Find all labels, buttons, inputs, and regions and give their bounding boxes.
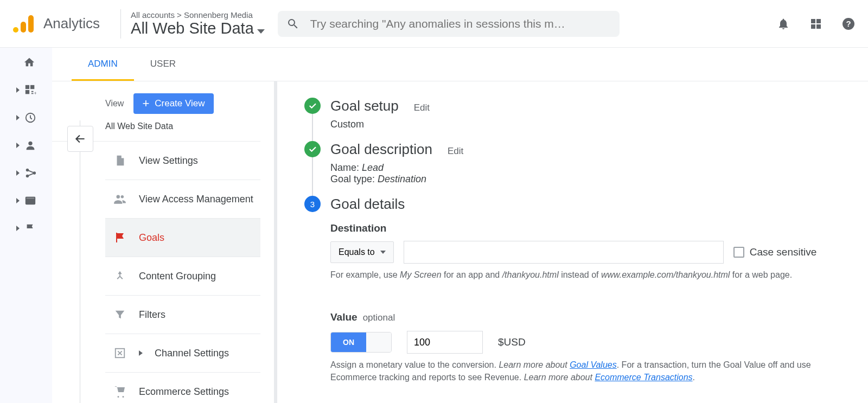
chevron-right-icon — [16, 87, 20, 93]
svg-text:?: ? — [846, 19, 851, 28]
destination-input[interactable] — [404, 241, 724, 264]
content: View + Create View All Web Site Data Vie… — [52, 81, 868, 403]
rail-realtime[interactable] — [16, 112, 36, 124]
person-icon — [24, 139, 36, 151]
goal-panel: Goal setup Edit Custom Goal description — [277, 81, 868, 403]
destination-block: Destination Equals to Case sensitive — [330, 222, 846, 281]
search-input[interactable] — [310, 17, 611, 30]
destination-row: Equals to Case sensitive — [330, 241, 846, 264]
tab-admin[interactable]: ADMIN — [72, 48, 134, 81]
optional-label: optional — [363, 312, 395, 323]
nav-content-grouping[interactable]: Content Grouping — [105, 257, 260, 296]
searchbar[interactable] — [278, 11, 620, 37]
svg-text:+: + — [34, 91, 36, 96]
chevron-right-icon — [139, 350, 143, 356]
nav-label: View Access Management — [139, 194, 253, 205]
rail-customization[interactable]: + — [16, 84, 36, 96]
layout: + ADMIN USER — [0, 48, 868, 403]
rail-acquisition[interactable] — [16, 167, 36, 179]
destination-hint: For example, use My Screen for an app an… — [330, 269, 846, 281]
svg-rect-19 — [25, 197, 35, 200]
left-rail: + — [0, 48, 52, 403]
account-picker[interactable]: All accounts > Sonnenberg Media All Web … — [131, 10, 265, 37]
svg-rect-2 — [28, 15, 34, 33]
svg-rect-0 — [13, 27, 18, 33]
svg-rect-1 — [21, 22, 26, 33]
match-type-label: Equals to — [339, 247, 375, 257]
cart-icon — [113, 385, 127, 399]
step-goal-description: Goal description Edit Name: Lead Goal ty… — [304, 141, 846, 185]
dropdown-icon — [380, 251, 386, 254]
view-name-text: All Web Site Data — [131, 20, 254, 37]
svg-point-20 — [117, 195, 120, 199]
nav-view-access[interactable]: View Access Management — [105, 180, 260, 219]
value-row: ON $USD — [330, 331, 846, 354]
nav-list: View Settings View Access Management Goa… — [105, 142, 260, 403]
notifications-icon[interactable] — [777, 17, 790, 30]
step-done-icon — [304, 141, 321, 157]
step-goal-details: 3 Goal details — [304, 196, 846, 213]
match-type-select[interactable]: Equals to — [330, 241, 394, 263]
flag-icon — [113, 231, 127, 245]
help-icon[interactable]: ? — [842, 17, 855, 30]
nav-channel-settings[interactable]: Channel Settings — [105, 334, 260, 373]
step-done-icon — [304, 98, 321, 114]
view-name: All Web Site Data — [131, 20, 265, 37]
value-hint: Assign a monetary value to the conversio… — [330, 359, 846, 383]
nav-label: View Settings — [139, 155, 198, 167]
svg-point-21 — [121, 195, 124, 198]
search-icon — [286, 17, 299, 30]
edit-link[interactable]: Edit — [448, 146, 463, 157]
nav-view-settings[interactable]: View Settings — [105, 142, 260, 180]
name-value: Lead — [362, 162, 384, 173]
apps-icon[interactable] — [809, 17, 822, 30]
rail-home[interactable] — [23, 56, 35, 68]
channel-icon — [113, 346, 127, 360]
column-label: View — [105, 99, 124, 108]
dropdown-icon — [257, 20, 265, 37]
rail-behavior[interactable] — [16, 195, 36, 207]
nav-filters[interactable]: Filters — [105, 296, 260, 334]
nav-label: Content Grouping — [139, 271, 216, 282]
connector-line — [80, 152, 80, 403]
toggle-off — [366, 332, 391, 352]
header-icons: ? — [777, 17, 855, 30]
tab-user[interactable]: USER — [134, 48, 192, 81]
type-value: Destination — [378, 174, 426, 184]
step-goal-setup: Goal setup Edit Custom — [304, 98, 846, 130]
nav-ecommerce-settings[interactable]: Ecommerce Settings — [105, 373, 260, 403]
step-number-badge: 3 — [304, 196, 321, 212]
product-logo[interactable]: Analytics — [13, 15, 100, 33]
nav-goals[interactable]: Goals — [105, 219, 260, 257]
chevron-right-icon — [16, 170, 20, 176]
back-button[interactable] — [67, 126, 93, 152]
share-icon — [24, 167, 36, 179]
rail-audience[interactable] — [16, 139, 36, 151]
goal-values-link[interactable]: Goal Values — [570, 360, 617, 369]
rail-conversions[interactable] — [16, 222, 36, 234]
chevron-right-icon — [16, 143, 20, 148]
breadcrumb: All accounts > Sonnenberg Media — [131, 10, 265, 20]
case-sensitive-row[interactable]: Case sensitive — [733, 246, 817, 258]
dashboard-icon: + — [24, 84, 36, 96]
case-sensitive-label: Case sensitive — [750, 246, 817, 258]
funnel-icon — [113, 308, 127, 322]
analytics-logo-icon — [13, 15, 35, 33]
destination-label: Destination — [330, 222, 846, 234]
svg-rect-10 — [30, 85, 34, 89]
svg-point-14 — [28, 142, 32, 145]
file-icon — [113, 153, 127, 168]
value-toggle[interactable]: ON — [330, 332, 392, 353]
create-view-button[interactable]: + Create View — [133, 93, 213, 114]
value-input[interactable] — [407, 331, 483, 354]
toggle-on: ON — [331, 332, 366, 352]
tabs: ADMIN USER — [52, 48, 868, 81]
step-value: Custom — [330, 119, 430, 130]
svg-rect-9 — [25, 85, 29, 89]
ecommerce-transactions-link[interactable]: Ecommerce Transactions — [595, 373, 692, 382]
people-icon — [113, 192, 127, 206]
case-sensitive-checkbox[interactable] — [733, 247, 744, 258]
edit-link[interactable]: Edit — [414, 103, 430, 113]
chevron-right-icon — [16, 115, 20, 120]
browser-icon — [24, 195, 36, 207]
